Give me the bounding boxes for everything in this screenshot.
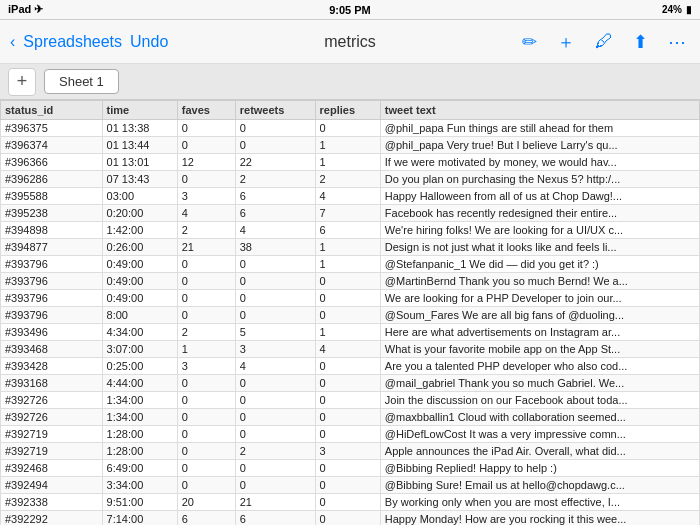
table-cell[interactable]: 12: [177, 154, 235, 171]
table-row[interactable]: #39558803:00364Happy Halloween from all …: [1, 188, 700, 205]
table-cell[interactable]: 4: [177, 205, 235, 222]
table-cell[interactable]: @Bibbing Replied! Happy to help :): [380, 460, 699, 477]
table-cell[interactable]: 0: [235, 426, 315, 443]
sheet1-tab[interactable]: Sheet 1: [44, 69, 119, 94]
pen-tool-icon-button[interactable]: 🖊: [591, 29, 617, 54]
table-cell[interactable]: @phil_papa Fun things are still ahead fo…: [380, 120, 699, 137]
table-cell[interactable]: 6:49:00: [102, 460, 177, 477]
table-cell[interactable]: 0: [235, 290, 315, 307]
table-cell[interactable]: 0: [235, 307, 315, 324]
table-cell[interactable]: #392719: [1, 426, 103, 443]
table-cell[interactable]: 22: [235, 154, 315, 171]
table-cell[interactable]: 3: [315, 443, 380, 460]
table-cell[interactable]: 6: [315, 222, 380, 239]
table-cell[interactable]: 0: [315, 511, 380, 526]
table-cell[interactable]: Design is not just what it looks like an…: [380, 239, 699, 256]
table-cell[interactable]: 9:51:00: [102, 494, 177, 511]
table-cell[interactable]: #394898: [1, 222, 103, 239]
table-row[interactable]: #3934683:07:00134What is your favorite m…: [1, 341, 700, 358]
table-cell[interactable]: 0: [315, 307, 380, 324]
table-cell[interactable]: #396374: [1, 137, 103, 154]
table-row[interactable]: #3922927:14:00660Happy Monday! How are y…: [1, 511, 700, 526]
table-cell[interactable]: 8:00: [102, 307, 177, 324]
table-cell[interactable]: 2: [315, 171, 380, 188]
table-cell[interactable]: #392468: [1, 460, 103, 477]
table-cell[interactable]: Join the discussion on our Facebook abou…: [380, 392, 699, 409]
table-cell[interactable]: 0: [177, 290, 235, 307]
table-cell[interactable]: 3:34:00: [102, 477, 177, 494]
table-cell[interactable]: 1: [315, 256, 380, 273]
share-icon-button[interactable]: ⬆: [629, 29, 652, 55]
table-cell[interactable]: @mail_gabriel Thank you so much Gabriel.…: [380, 375, 699, 392]
table-row[interactable]: #39628607 13:43022Do you plan on purchas…: [1, 171, 700, 188]
table-row[interactable]: #3948770:26:0021381Design is not just wh…: [1, 239, 700, 256]
table-cell[interactable]: #393796: [1, 256, 103, 273]
table-cell[interactable]: 0:20:00: [102, 205, 177, 222]
table-cell[interactable]: 4: [315, 341, 380, 358]
table-cell[interactable]: #396366: [1, 154, 103, 171]
table-cell[interactable]: 0: [315, 460, 380, 477]
pencil-icon-button[interactable]: ✏: [518, 29, 541, 55]
add-sheet-button[interactable]: +: [8, 68, 36, 96]
table-cell[interactable]: 4:44:00: [102, 375, 177, 392]
table-cell[interactable]: 4: [235, 358, 315, 375]
table-cell[interactable]: #393168: [1, 375, 103, 392]
table-cell[interactable]: 0: [315, 358, 380, 375]
table-row[interactable]: #3948981:42:00246We're hiring folks! We …: [1, 222, 700, 239]
table-cell[interactable]: #395588: [1, 188, 103, 205]
table-cell[interactable]: #392726: [1, 392, 103, 409]
table-row[interactable]: #39637501 13:38000@phil_papa Fun things …: [1, 120, 700, 137]
table-cell[interactable]: #395238: [1, 205, 103, 222]
table-cell[interactable]: 6: [235, 188, 315, 205]
spreadsheets-back-button[interactable]: Spreadsheets: [23, 33, 122, 51]
table-cell[interactable]: 0: [177, 443, 235, 460]
table-row[interactable]: #3934964:34:00251Here are what advertise…: [1, 324, 700, 341]
undo-button[interactable]: Undo: [130, 33, 168, 51]
table-row[interactable]: #3937968:00000@Soum_Fares We are all big…: [1, 307, 700, 324]
table-cell[interactable]: Here are what advertisements on Instagra…: [380, 324, 699, 341]
table-cell[interactable]: 0: [315, 494, 380, 511]
table-cell[interactable]: 0: [177, 171, 235, 188]
table-cell[interactable]: 0: [177, 477, 235, 494]
table-cell[interactable]: 0: [235, 477, 315, 494]
table-row[interactable]: #3924943:34:00000@Bibbing Sure! Email us…: [1, 477, 700, 494]
table-cell[interactable]: 1: [177, 341, 235, 358]
table-cell[interactable]: 2: [235, 171, 315, 188]
table-cell[interactable]: 0: [315, 477, 380, 494]
table-cell[interactable]: 0:25:00: [102, 358, 177, 375]
table-cell[interactable]: 0: [177, 426, 235, 443]
table-cell[interactable]: 0: [315, 409, 380, 426]
table-cell[interactable]: 7: [315, 205, 380, 222]
table-row[interactable]: #3934280:25:00340Are you a talented PHP …: [1, 358, 700, 375]
table-cell[interactable]: 20: [177, 494, 235, 511]
table-cell[interactable]: 0: [235, 409, 315, 426]
table-cell[interactable]: #394877: [1, 239, 103, 256]
table-cell[interactable]: 0: [315, 120, 380, 137]
table-row[interactable]: #39636601 13:0112221If we were motivated…: [1, 154, 700, 171]
table-cell[interactable]: 1:28:00: [102, 426, 177, 443]
table-row[interactable]: #3927261:34:00000@maxbballin1 Cloud with…: [1, 409, 700, 426]
table-cell[interactable]: 1:42:00: [102, 222, 177, 239]
table-row[interactable]: #3937960:49:00001@Stefanpanic_1 We did —…: [1, 256, 700, 273]
table-cell[interactable]: 1: [315, 137, 380, 154]
table-cell[interactable]: We're hiring folks! We are looking for a…: [380, 222, 699, 239]
table-row[interactable]: #3927191:28:00023Apple announces the iPa…: [1, 443, 700, 460]
table-cell[interactable]: Facebook has recently redesigned their e…: [380, 205, 699, 222]
table-cell[interactable]: 0:49:00: [102, 256, 177, 273]
table-cell[interactable]: 4: [235, 222, 315, 239]
table-cell[interactable]: 2: [177, 324, 235, 341]
table-cell[interactable]: 0: [177, 409, 235, 426]
table-cell[interactable]: #392338: [1, 494, 103, 511]
table-cell[interactable]: Are you a talented PHP developer who als…: [380, 358, 699, 375]
table-cell[interactable]: 0: [235, 273, 315, 290]
table-cell[interactable]: 2: [235, 443, 315, 460]
table-cell[interactable]: 0: [235, 120, 315, 137]
table-row[interactable]: #3937960:49:00000We are looking for a PH…: [1, 290, 700, 307]
table-cell[interactable]: #393796: [1, 273, 103, 290]
table-cell[interactable]: Apple announces the iPad Air. Overall, w…: [380, 443, 699, 460]
table-cell[interactable]: #393796: [1, 307, 103, 324]
table-cell[interactable]: Happy Monday! How are you rocking it thi…: [380, 511, 699, 526]
table-cell[interactable]: #393468: [1, 341, 103, 358]
table-cell[interactable]: 6: [235, 205, 315, 222]
table-row[interactable]: #3952380:20:00467Facebook has recently r…: [1, 205, 700, 222]
